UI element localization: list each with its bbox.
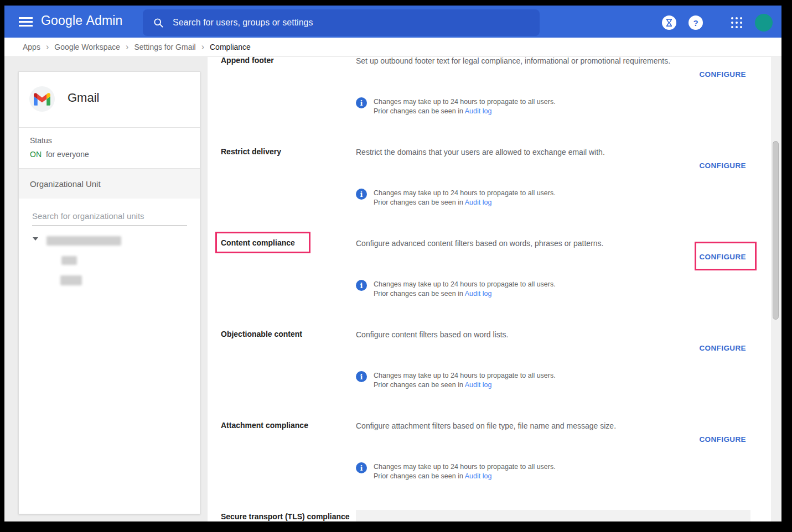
configure-button[interactable]: CONFIGURE <box>699 161 746 170</box>
ou-search <box>32 209 187 226</box>
configure-button[interactable]: CONFIGURE <box>699 435 746 444</box>
organizational-unit-header: Organizational Unit <box>19 169 200 199</box>
info-icon: i <box>356 371 367 382</box>
account-avatar[interactable] <box>755 14 773 32</box>
ou-search-input[interactable] <box>32 209 187 226</box>
ou-child-item-redacted[interactable] <box>60 275 82 285</box>
status-label: Status <box>30 136 52 145</box>
note-line1: Changes may take up to 24 hours to propa… <box>374 371 556 380</box>
question-mark-icon: ? <box>693 18 698 28</box>
service-title: Gmail <box>68 91 99 105</box>
note-line1: Changes may take up to 24 hours to propa… <box>374 462 556 472</box>
breadcrumb-settings-for-gmail[interactable]: Settings for Gmail <box>134 43 195 51</box>
propagation-note: i Changes may take up to 24 hours to pro… <box>356 97 556 116</box>
setting-description: Restrict the domains that your users are… <box>356 148 721 157</box>
note-line2: Prior changes can be seen in <box>374 290 463 298</box>
setting-label: Restrict delivery <box>221 147 348 156</box>
breadcrumb-separator: › <box>46 43 49 51</box>
setting-label: Attachment compliance <box>221 421 348 430</box>
google-admin-wordmark: GoogleAdmin <box>41 13 123 28</box>
wordmark-google: Google <box>41 13 82 28</box>
audit-log-link[interactable]: Audit log <box>465 472 492 480</box>
whats-new-button[interactable] <box>662 15 676 30</box>
propagation-note: i Changes may take up to 24 hours to pro… <box>356 280 556 299</box>
setting-description: Set up outbound footer text for legal co… <box>356 56 721 65</box>
propagation-note: i Changes may take up to 24 hours to pro… <box>356 371 556 390</box>
divider <box>19 127 200 128</box>
breadcrumb-google-workspace[interactable]: Google Workspace <box>54 43 120 51</box>
propagation-note: i Changes may take up to 24 hours to pro… <box>356 189 556 207</box>
audit-log-link[interactable]: Audit log <box>465 199 492 206</box>
note-line1: Changes may take up to 24 hours to propa… <box>374 280 556 289</box>
note-line2: Prior changes can be seen in <box>374 472 463 480</box>
configure-button[interactable]: CONFIGURE <box>699 344 746 352</box>
search-icon <box>153 17 164 28</box>
help-button[interactable]: ? <box>689 15 703 30</box>
ou-root-item-redacted[interactable] <box>46 236 121 246</box>
gmail-logo <box>29 86 55 112</box>
note-line2: Prior changes can be seen in <box>374 381 463 389</box>
note-line1: Changes may take up to 24 hours to propa… <box>374 97 556 107</box>
note-line1: Changes may take up to 24 hours to propa… <box>374 189 556 198</box>
info-icon: i <box>356 97 367 108</box>
apps-grid-icon[interactable] <box>731 17 742 28</box>
setting-label: Append footer <box>221 56 348 65</box>
audit-log-link[interactable]: Audit log <box>465 290 492 298</box>
admin-console-window: Append footer Set up outbound footer tex… <box>4 6 781 521</box>
gmail-settings-card: Gmail Status ON for everyone Organizatio… <box>18 71 200 514</box>
setting-label: Content compliance <box>221 238 348 247</box>
global-search-input[interactable] <box>172 17 506 28</box>
setting-label: Objectionable content <box>221 330 348 338</box>
breadcrumb-separator: › <box>201 43 204 51</box>
configure-button[interactable]: CONFIGURE <box>699 70 746 79</box>
propagation-note: i Changes may take up to 24 hours to pro… <box>356 462 556 481</box>
status-suffix: for everyone <box>46 150 89 159</box>
info-icon: i <box>356 280 367 291</box>
breadcrumb-apps[interactable]: Apps <box>23 43 40 51</box>
wordmark-admin: Admin <box>86 13 122 28</box>
setting-description: Configure content filters based on word … <box>356 330 721 339</box>
global-search <box>143 9 540 36</box>
audit-log-link[interactable]: Audit log <box>465 107 492 115</box>
ou-child-item-redacted[interactable] <box>61 256 77 265</box>
configure-button[interactable]: CONFIGURE <box>699 253 746 261</box>
info-icon: i <box>356 462 367 473</box>
setting-label: Secure transport (TLS) compliance <box>221 512 354 521</box>
audit-log-link[interactable]: Audit log <box>465 381 492 389</box>
breadcrumb: Apps › Google Workspace › Settings for G… <box>4 38 781 57</box>
scrollbar-thumb[interactable] <box>773 141 779 320</box>
note-line2: Prior changes can be seen in <box>374 199 463 206</box>
scrollbar-track[interactable] <box>771 57 781 521</box>
status-value: ON for everyone <box>30 150 89 159</box>
info-icon: i <box>356 189 367 200</box>
hourglass-icon <box>666 19 672 27</box>
breadcrumb-separator: › <box>126 43 128 51</box>
breadcrumb-current-compliance: Compliance <box>210 43 251 51</box>
note-line2: Prior changes can be seen in <box>374 107 463 115</box>
hamburger-menu-icon[interactable] <box>19 17 33 27</box>
status-on-badge: ON <box>30 150 42 159</box>
app-bar: GoogleAdmin ? <box>4 6 781 38</box>
chevron-down-icon[interactable] <box>33 237 38 241</box>
setting-description: Configure advanced content filters based… <box>356 239 721 248</box>
row-placeholder <box>356 510 750 521</box>
setting-description: Configure attachment filters based on fi… <box>356 421 721 430</box>
organizational-unit-title: Organizational Unit <box>30 179 101 189</box>
